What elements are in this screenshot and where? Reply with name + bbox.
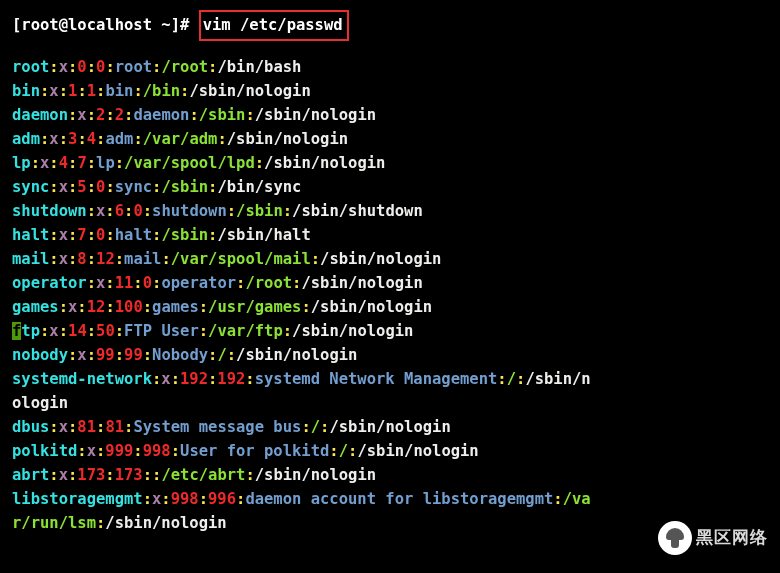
text-segment: : <box>49 466 58 484</box>
text-segment: nobody <box>12 346 68 364</box>
file-content[interactable]: root:x:0:0:root:/root:/bin/bashbin:x:1:1… <box>12 55 768 535</box>
file-line[interactable]: shutdown:x:6:0:shutdown:/sbin:/sbin/shut… <box>12 199 768 223</box>
text-segment: ologin <box>12 394 68 412</box>
file-line[interactable]: games:x:12:100:games:/usr/games:/sbin/no… <box>12 295 768 319</box>
file-line[interactable]: bin:x:1:1:bin:/bin:/sbin/nologin <box>12 79 768 103</box>
text-segment: : <box>87 346 96 364</box>
text-segment: : <box>96 130 105 148</box>
text-segment: : <box>348 442 357 460</box>
text-segment: : <box>105 106 114 124</box>
file-line[interactable]: halt:x:7:0:halt:/sbin:/sbin/halt <box>12 223 768 247</box>
text-segment: x <box>68 298 77 316</box>
text-segment: : <box>516 370 525 388</box>
text-segment: : <box>68 58 77 76</box>
text-segment: : <box>49 250 58 268</box>
text-segment: : <box>68 178 77 196</box>
file-line[interactable]: lp:x:4:7:lp:/var/spool/lpd:/sbin/nologin <box>12 151 768 175</box>
file-line[interactable]: abrt:x:173:173::/etc/abrt:/sbin/nologin <box>12 463 768 487</box>
text-segment: : <box>49 418 58 436</box>
text-segment: : <box>329 442 338 460</box>
text-segment: : <box>152 370 161 388</box>
text-segment: : <box>40 130 49 148</box>
text-segment: : <box>96 418 105 436</box>
text-segment: : <box>133 274 142 292</box>
text-segment: : <box>255 154 264 172</box>
text-segment: : <box>133 82 142 100</box>
text-segment: 100 <box>115 298 143 316</box>
text-segment: 998 <box>143 442 171 460</box>
file-line[interactable]: dbus:x:81:81:System message bus:/:/sbin/… <box>12 415 768 439</box>
text-segment: root <box>115 58 152 76</box>
text-segment: : <box>124 418 133 436</box>
text-segment: /etc/abrt <box>161 466 245 484</box>
text-segment: : <box>152 58 161 76</box>
text-segment: 99 <box>124 346 143 364</box>
text-segment: 5 <box>77 178 86 196</box>
text-segment: : <box>77 130 86 148</box>
text-segment: x <box>59 226 68 244</box>
text-segment: /var/ftp <box>208 322 283 340</box>
text-segment: : <box>49 226 58 244</box>
text-segment: : <box>283 202 292 220</box>
file-line[interactable]: sync:x:5:0:sync:/sbin:/bin/sync <box>12 175 768 199</box>
text-segment: / <box>311 418 320 436</box>
file-line[interactable]: ologin <box>12 391 768 415</box>
text-segment: adm <box>105 130 133 148</box>
file-line[interactable]: root:x:0:0:root:/root:/bin/bash <box>12 55 768 79</box>
text-segment: : <box>245 466 254 484</box>
text-segment: 173 <box>115 466 143 484</box>
text-segment: : <box>133 130 142 148</box>
text-segment: x <box>77 346 86 364</box>
text-segment: 0 <box>96 178 105 196</box>
text-segment: 1 <box>68 82 77 100</box>
text-segment: : <box>40 82 49 100</box>
text-segment: shutdown <box>152 202 227 220</box>
text-segment: 3 <box>68 130 77 148</box>
text-segment: 192 <box>180 370 208 388</box>
file-line[interactable]: r/run/lsm:/sbin/nologin <box>12 511 768 535</box>
file-line[interactable]: systemd-network:x:192:192:systemd Networ… <box>12 367 768 391</box>
text-segment: : <box>152 466 161 484</box>
text-segment: : <box>87 322 96 340</box>
text-segment: 50 <box>96 322 115 340</box>
text-segment: : <box>68 346 77 364</box>
text-segment: : <box>96 82 105 100</box>
text-segment: /sbin/nologin <box>264 154 385 172</box>
text-segment: : <box>68 226 77 244</box>
text-segment: : <box>87 178 96 196</box>
text-segment: /sbin/nologin <box>357 442 478 460</box>
text-segment: : <box>208 346 217 364</box>
file-line[interactable]: daemon:x:2:2:daemon:/sbin:/sbin/nologin <box>12 103 768 127</box>
file-line[interactable]: nobody:x:99:99:Nobody:/:/sbin/nologin <box>12 343 768 367</box>
text-segment: x <box>152 490 161 508</box>
file-line[interactable]: ftp:x:14:50:FTP User:/var/ftp:/sbin/nolo… <box>12 319 768 343</box>
watermark-text: 黑区网络 <box>696 525 768 551</box>
text-segment: : <box>124 202 133 220</box>
text-segment: : <box>171 370 180 388</box>
text-segment: shutdown <box>12 202 87 220</box>
text-segment: x <box>96 274 105 292</box>
text-segment: : <box>105 226 114 244</box>
text-segment: : <box>143 202 152 220</box>
text-segment: bin <box>12 82 40 100</box>
text-segment: /sbin/nologin <box>189 82 310 100</box>
file-line[interactable]: mail:x:8:12:mail:/var/spool/mail:/sbin/n… <box>12 247 768 271</box>
file-line[interactable]: operator:x:11:0:operator:/root:/sbin/nol… <box>12 271 768 295</box>
text-segment: halt <box>115 226 152 244</box>
text-segment: : <box>161 490 170 508</box>
shell-prompt: [root@localhost ~]# <box>12 16 199 34</box>
text-segment: /sbin/nologin <box>236 346 357 364</box>
text-segment: : <box>143 298 152 316</box>
text-segment: mail <box>124 250 161 268</box>
text-segment: /root <box>161 58 208 76</box>
text-segment: : <box>105 466 114 484</box>
text-segment: : <box>49 178 58 196</box>
file-line[interactable]: polkitd:x:999:998:User for polkitd:/:/sb… <box>12 439 768 463</box>
text-segment: : <box>105 298 114 316</box>
file-line[interactable]: libstoragemgmt:x:998:996:daemon account … <box>12 487 768 511</box>
text-segment: : <box>68 466 77 484</box>
text-segment: : <box>115 250 124 268</box>
prompt-line: [root@localhost ~]# vim /etc/passwd <box>12 10 768 41</box>
text-segment: : <box>49 154 58 172</box>
file-line[interactable]: adm:x:3:4:adm:/var/adm:/sbin/nologin <box>12 127 768 151</box>
